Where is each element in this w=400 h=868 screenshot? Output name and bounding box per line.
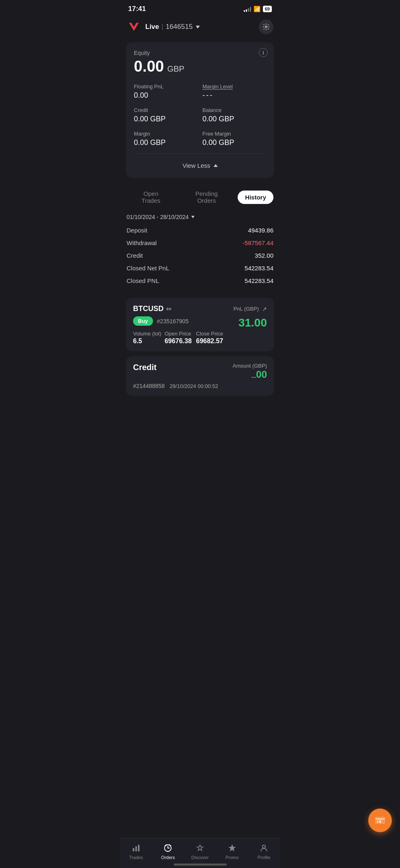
close-price-value: 69682.57 xyxy=(196,338,224,345)
equity-value: 0.00 GBP xyxy=(134,58,266,75)
trade-arrows-icon: ⇔ xyxy=(166,305,171,313)
deposit-label: Deposit xyxy=(127,227,147,234)
pnl-section: PnL (GBP) ↗ xyxy=(234,306,267,312)
credit-label: Credit xyxy=(134,107,198,113)
account-card: i Equity 0.00 GBP Floating PnL 0.00 Marg… xyxy=(126,42,274,178)
live-label: Live xyxy=(145,23,159,31)
credit-entry-card[interactable]: Credit Amount (GBP) ...00 #214488858 29/… xyxy=(126,356,274,396)
chevron-up-icon xyxy=(214,164,218,167)
order-number: #235167905 xyxy=(157,318,189,324)
equity-currency: GBP xyxy=(167,64,184,74)
account-number: 1646515 xyxy=(166,23,192,31)
withdrawal-label: Withdrawal xyxy=(127,239,157,246)
credit-date: 29/10/2024 00:00:52 xyxy=(170,383,218,389)
header-left: Live | 1646515 xyxy=(127,20,200,34)
pnl-label: PnL (GBP) xyxy=(234,306,259,312)
trade-symbol-name: BTCUSD xyxy=(133,305,164,313)
info-icon[interactable]: i xyxy=(259,48,268,57)
free-margin-label: Free Margin xyxy=(203,131,267,137)
margin-level-item: Margin Level --- xyxy=(203,83,267,100)
closed-net-pnl-label: Closed Net PnL xyxy=(127,265,169,272)
credit-sub-info: #214488858 29/10/2024 00:00:52 xyxy=(133,383,267,389)
credit-id: #214488858 xyxy=(133,383,165,389)
svg-marker-0 xyxy=(129,23,139,31)
volume-stat: Volume (lot) 6.5 xyxy=(133,331,161,345)
status-bar: 17:41 📶 69 xyxy=(120,0,280,16)
open-trades-tab[interactable]: Open Trades xyxy=(127,187,175,207)
tabs-container: Open Trades Pending Orders History xyxy=(120,181,280,211)
credit-amount-section: Amount (GBP) ...00 xyxy=(232,363,267,380)
free-margin-value: 0.00 GBP xyxy=(203,138,267,147)
margin-value: 0.00 GBP xyxy=(134,138,198,147)
history-section: 01/10/2024 - 28/10/2024 Deposit 49439.86… xyxy=(120,211,280,292)
trade-stats: Volume (lot) 6.5 Open Price 69676.38 Clo… xyxy=(133,331,224,345)
divider: | xyxy=(162,23,163,31)
margin-level-value: --- xyxy=(203,91,267,100)
trade-badges: Buy #235167905 xyxy=(133,316,224,326)
withdrawal-row: Withdrawal -587567.44 xyxy=(127,239,273,246)
closed-net-pnl-row: Closed Net PnL 542283.54 xyxy=(127,265,273,272)
equity-label: Equity xyxy=(134,50,266,56)
settings-icon xyxy=(262,23,270,31)
app-header: Live | 1646515 xyxy=(120,16,280,39)
equity-amount: 0.00 xyxy=(134,58,164,75)
free-margin-item: Free Margin 0.00 GBP xyxy=(203,131,267,147)
wifi-icon: 📶 xyxy=(254,6,260,12)
signal-icon xyxy=(244,6,251,12)
credit-value: 0.00 GBP xyxy=(134,115,198,123)
app-logo xyxy=(127,20,141,34)
buy-badge: Buy xyxy=(133,316,153,326)
open-price-value: 69676.38 xyxy=(164,338,192,345)
trade-card-header: BTCUSD ⇔ PnL (GBP) ↗ xyxy=(133,305,267,313)
credit-item: Credit 0.00 GBP xyxy=(134,107,198,123)
settings-button[interactable] xyxy=(259,20,273,34)
history-credit-value: 352.00 xyxy=(255,252,273,259)
closed-pnl-label: Closed PNL xyxy=(127,277,159,284)
withdrawal-value: -587567.44 xyxy=(243,239,273,246)
amount-label: Amount (GBP) xyxy=(232,363,267,369)
credit-title: Credit xyxy=(133,363,157,372)
account-info[interactable]: Live | 1646515 xyxy=(145,23,200,31)
open-price-stat: Open Price 69676.38 xyxy=(164,331,192,345)
closed-pnl-value: 542283.54 xyxy=(245,277,273,284)
close-price-stat: Close Price 69682.57 xyxy=(196,331,224,345)
battery-indicator: 69 xyxy=(263,6,272,12)
balance-item: Balance 0.00 GBP xyxy=(203,107,267,123)
balance-label: Balance xyxy=(203,107,267,113)
margin-item: Margin 0.00 GBP xyxy=(134,131,198,147)
deposit-row: Deposit 49439.86 xyxy=(127,227,273,234)
svg-point-1 xyxy=(265,26,267,28)
floating-pnl-value: 0.00 xyxy=(134,91,198,100)
account-chevron-icon xyxy=(196,26,200,28)
date-range-chevron-icon xyxy=(191,216,195,218)
closed-net-pnl-value: 542283.54 xyxy=(245,265,273,272)
pending-orders-tab[interactable]: Pending Orders xyxy=(179,187,235,207)
closed-pnl-row: Closed PNL 542283.54 xyxy=(127,277,273,284)
trade-symbol: BTCUSD ⇔ xyxy=(133,305,171,313)
history-tab[interactable]: History xyxy=(238,191,273,204)
pnl-value: 31.00 xyxy=(238,316,267,329)
balance-value: 0.00 GBP xyxy=(203,115,267,123)
credit-amount: ...00 xyxy=(232,369,267,380)
trade-card[interactable]: BTCUSD ⇔ PnL (GBP) ↗ Buy #235167905 Volu… xyxy=(126,298,274,351)
credit-card-header: Credit Amount (GBP) ...00 xyxy=(133,363,267,380)
open-price-label: Open Price xyxy=(164,331,192,337)
credit-row: Credit 352.00 xyxy=(127,252,273,259)
floating-pnl-label: Floating PnL xyxy=(134,83,198,90)
history-credit-label: Credit xyxy=(127,252,143,259)
volume-label: Volume (lot) xyxy=(133,331,161,337)
status-time: 17:41 xyxy=(128,5,146,13)
card-divider xyxy=(134,153,266,154)
floating-pnl-item: Floating PnL 0.00 xyxy=(134,83,198,100)
view-less-button[interactable]: View Less xyxy=(134,160,266,171)
stats-grid: Floating PnL 0.00 Margin Level --- Credi… xyxy=(134,83,266,147)
share-icon[interactable]: ↗ xyxy=(262,306,267,312)
margin-label: Margin xyxy=(134,131,198,137)
margin-level-label: Margin Level xyxy=(203,83,267,90)
deposit-value: 49439.86 xyxy=(248,227,273,234)
date-range-picker[interactable]: 01/10/2024 - 28/10/2024 xyxy=(127,214,273,220)
status-icons: 📶 69 xyxy=(244,6,272,12)
volume-value: 6.5 xyxy=(133,338,161,345)
close-price-label: Close Price xyxy=(196,331,224,337)
